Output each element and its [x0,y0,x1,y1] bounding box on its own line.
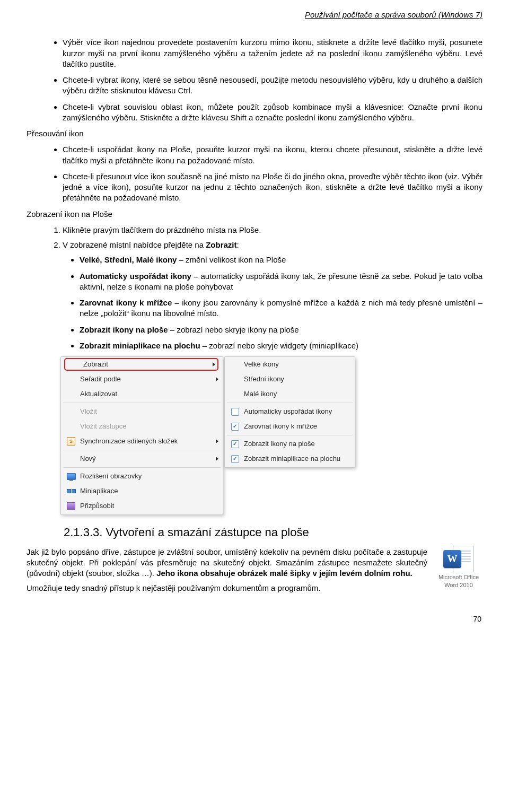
checkbox-icon: ✓ [231,455,239,463]
menu-separator [227,435,353,435]
submenu-item-zobrazit-ikony[interactable]: ✓ Zobrazit ikony na ploše [225,436,355,451]
submenu-item-zarovnat[interactable]: ✓ Zarovnat ikony k mřížce [225,419,355,434]
menu-item-vlozit[interactable]: Vložit [61,404,223,419]
menu-item-zobrazit[interactable]: Zobrazit [61,357,223,372]
submenu-item-velke-ikony[interactable]: Velké ikony [225,357,355,372]
context-menu-figure: Zobrazit Seřadit podle Aktualizovat Vlož… [60,356,482,515]
personalize-icon [67,502,75,510]
bullet-item: Automaticky uspořádat ikony – automatick… [80,271,482,293]
checkbox-icon: ✓ [231,440,239,448]
menu-separator [63,403,221,403]
word-label-line2: Word 2010 [444,581,473,589]
bullet-item: Zarovnat ikony k mřížce – ikony jsou zar… [80,298,482,319]
bullet-item: Zobrazit miniaplikace na plochu – zobraz… [80,340,482,351]
bullet-item: Chcete-li přesunout více ikon současně n… [63,171,482,204]
gadgets-icon [67,489,76,493]
submenu-item-zobrazit-mini[interactable]: ✓ Zobrazit miniaplikace na plochu [225,451,355,466]
menu-item-seradit[interactable]: Seřadit podle [61,372,223,387]
submenu-item-male-ikony[interactable]: Malé ikony [225,387,355,401]
submenu-item-stredni-ikony[interactable]: Střední ikony [225,372,355,387]
menu-item-aktualizovat[interactable]: Aktualizovat [61,387,223,401]
submenu-arrow-icon [216,439,218,443]
submenu-arrow-icon [216,377,218,381]
menu-separator [63,450,221,450]
page-number: 70 [27,614,482,624]
menu-item-miniaplikace[interactable]: Miniaplikace [61,484,223,499]
word-w-icon: W [443,550,461,568]
zobrazit-options-list: Velké, Střední, Malé ikony – změní velik… [27,255,482,351]
menu-item-novy[interactable]: Nový [61,451,223,466]
checkbox-icon: ✓ [231,423,239,431]
submenu-arrow-icon [213,362,215,366]
context-submenu-zobrazit: Velké ikony Střední ikony Malé ikony Aut… [224,356,355,468]
bullet-item: Chcete-li vybrat souvislou oblast ikon, … [63,102,482,124]
context-menu-main: Zobrazit Seřadit podle Aktualizovat Vlož… [60,356,223,515]
menu-separator [227,403,353,403]
highlight-rectangle: Zobrazit [64,358,218,371]
subheading-zobrazeni: Zobrazení ikon na Ploše [27,209,482,220]
menu-item-prizpusobit[interactable]: Přizpůsobit [61,499,223,513]
bullet-item: Chcete-li uspořádat ikony na Ploše, posu… [63,144,482,166]
presouvani-list: Chcete-li uspořádat ikony na Ploše, posu… [27,144,482,203]
submenu-item-auto-usporadat[interactable]: Automaticky uspořádat ikony [225,404,355,419]
sync-icon: S [67,437,75,446]
section-body: Jak již bylo popsáno dříve, zástupce je … [27,547,427,594]
menu-item-rozliseni[interactable]: Rozlišení obrazovky [61,469,223,484]
menu-item-sync[interactable]: S Synchronizace sdílených složek [61,434,223,449]
list-item: V zobrazené místní nabídce přejděte na Z… [63,240,482,250]
checkbox-icon [231,408,239,416]
top-bullet-list: Výběr více ikon najednou provedete posta… [27,37,482,123]
subheading-presouvani: Přesouvání ikon [27,128,482,139]
word-shortcut-icon: W Microsoft Office Word 2010 [435,546,482,589]
document-header: Používání počítače a správa souborů (Win… [27,10,482,20]
word-label-line1: Microsoft Office [438,573,479,581]
bullet-item: Chcete-li vybrat ikony, které se sebou t… [63,75,482,97]
bullet-item: Zobrazit ikony na ploše – zobrazí nebo s… [80,325,482,335]
menu-separator [63,467,221,468]
bullet-item: Velké, Střední, Malé ikony – změní velik… [80,255,482,265]
menu-item-vlozit-zastupce[interactable]: Vložit zástupce [61,419,223,434]
monitor-icon [67,473,76,480]
section-heading: 2.1.3.3. Vytvoření a smazání zástupce na… [64,525,482,540]
zobrazeni-ordered-list: Klikněte pravým tlačítkem do prázdného m… [27,225,482,251]
list-item: Klikněte pravým tlačítkem do prázdného m… [63,225,482,235]
bullet-item: Výběr více ikon najednou provedete posta… [63,37,482,69]
submenu-arrow-icon [216,457,218,461]
